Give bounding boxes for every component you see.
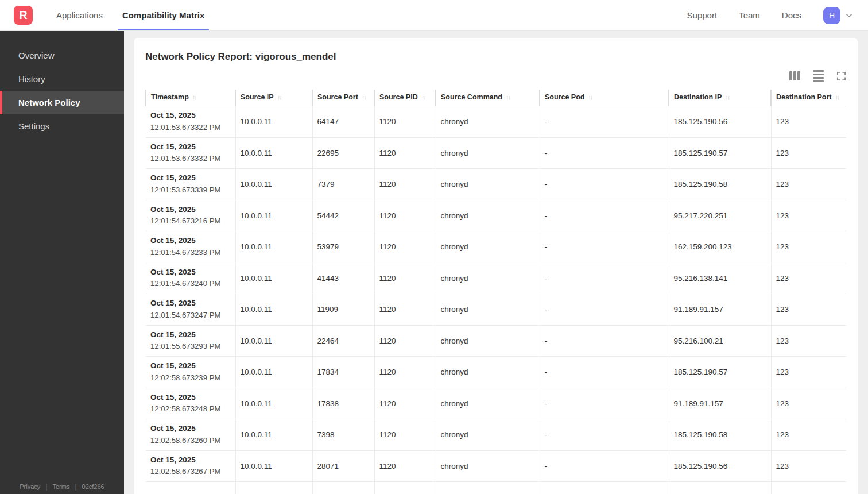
source-pod-cell: - xyxy=(540,450,669,482)
destination-ip-cell: 95.216.100.21 xyxy=(669,325,771,357)
source-pid-cell: 1120 xyxy=(374,263,436,294)
nav-link[interactable]: Docs xyxy=(782,10,801,20)
source-ip-cell: 10.0.0.11 xyxy=(235,294,312,326)
fullscreen-icon[interactable] xyxy=(836,71,846,81)
column-header[interactable]: Source IP↑↓ xyxy=(235,90,312,106)
source-port-cell: 28071 xyxy=(312,450,374,482)
sidebar-footer: Privacy | Terms | 02cf266 xyxy=(0,483,124,491)
destination-ip-cell: 185.125.190.56 xyxy=(669,106,771,138)
table-row[interactable]: Oct 15, 2025 12:02:58.673267 PM 10.0.0.1… xyxy=(146,450,846,482)
source-ip-cell: 10.0.0.11 xyxy=(235,450,312,482)
sort-icon[interactable]: ↑↓ xyxy=(277,94,281,101)
source-pod-cell: - xyxy=(540,137,669,169)
table-row[interactable]: Oct 15, 2025 12:02:58.673248 PM 10.0.0.1… xyxy=(146,388,846,419)
sort-icon[interactable]: ↑↓ xyxy=(362,94,366,101)
sort-icon[interactable]: ↑↓ xyxy=(421,94,425,101)
column-header[interactable]: Timestamp↑↓ xyxy=(146,90,235,106)
sort-icon[interactable]: ↑↓ xyxy=(725,94,729,101)
source-pid-cell: 1120 xyxy=(374,169,436,200)
table-row[interactable]: Oct 15, 2025 12:01:55.673293 PM 10.0.0.1… xyxy=(146,325,846,357)
source-ip-cell xyxy=(235,482,312,494)
source-command-cell: chronyd xyxy=(436,137,540,169)
app-logo[interactable]: R xyxy=(14,6,33,25)
source-port-cell: 53979 xyxy=(312,231,374,263)
source-pid-cell: 1120 xyxy=(374,357,436,388)
destination-port-cell: 123 xyxy=(771,388,846,419)
destination-ip-cell: 185.125.190.57 xyxy=(669,137,771,169)
columns-view-icon[interactable] xyxy=(789,71,800,80)
source-command-cell: chronyd xyxy=(436,419,540,451)
source-ip-cell: 10.0.0.11 xyxy=(235,169,312,200)
sidebar-item[interactable]: Network Policy xyxy=(0,91,124,114)
sidebar-item[interactable]: History xyxy=(0,67,124,91)
navbar-right: Support Team Docs H xyxy=(687,7,853,24)
destination-ip-cell: 185.125.190.57 xyxy=(669,357,771,388)
list-view-icon[interactable] xyxy=(813,70,824,82)
destination-ip-cell: 185.125.190.58 xyxy=(669,419,771,451)
terms-link[interactable]: Terms xyxy=(52,483,69,490)
source-ip-cell: 10.0.0.11 xyxy=(235,231,312,263)
column-header[interactable]: Destination Port↑↓ xyxy=(771,90,846,106)
table-row[interactable]: Oct 15, 2025 12:01:53.673339 PM 10.0.0.1… xyxy=(146,169,846,200)
table-row[interactable]: Oct 15, 2025 12:02:58.673260 PM 10.0.0.1… xyxy=(146,419,846,451)
column-header[interactable]: Destination IP↑↓ xyxy=(669,90,771,106)
table-toolbar xyxy=(145,70,846,82)
source-command-cell: chronyd xyxy=(436,231,540,263)
table-row[interactable]: Oct 15, 2025 12:01:54.673233 PM 10.0.0.1… xyxy=(146,231,846,263)
nav-link[interactable]: Team xyxy=(739,10,760,20)
timestamp-cell: Oct 15, 2025 12:02:58.673267 PM xyxy=(146,450,235,482)
avatar[interactable]: H xyxy=(823,7,840,24)
sort-icon[interactable]: ↑↓ xyxy=(588,94,592,101)
column-header[interactable]: Source Command↑↓ xyxy=(436,90,540,106)
column-header[interactable]: Source PID↑↓ xyxy=(374,90,436,106)
build-id: 02cf266 xyxy=(82,483,104,490)
table-row[interactable]: Oct 15, 2025 12:01:54.673240 PM 10.0.0.1… xyxy=(146,263,846,294)
source-command-cell: chronyd xyxy=(436,450,540,482)
table-body: Oct 15, 2025 12:01:53.673322 PM 10.0.0.1… xyxy=(146,106,846,494)
source-pid-cell: 1120 xyxy=(374,137,436,169)
table-row[interactable]: Oct 15, 2025 12:01:54.673247 PM 10.0.0.1… xyxy=(146,294,846,326)
timestamp-cell: Oct 15, 2025 12:01:53.673322 PM xyxy=(146,106,235,138)
sort-icon[interactable]: ↑↓ xyxy=(506,94,510,101)
chevron-down-icon[interactable] xyxy=(845,11,853,20)
source-pod-cell: - xyxy=(540,169,669,200)
privacy-link[interactable]: Privacy xyxy=(20,483,40,490)
source-port-cell: 17838 xyxy=(312,388,374,419)
table-row[interactable]: Oct 15, 2025 xyxy=(146,482,846,494)
destination-port-cell: 123 xyxy=(771,137,846,169)
source-command-cell: chronyd xyxy=(436,325,540,357)
column-header[interactable]: Source Port↑↓ xyxy=(312,90,374,106)
source-ip-cell: 10.0.0.11 xyxy=(235,325,312,357)
table-row[interactable]: Oct 15, 2025 12:01:54.673216 PM 10.0.0.1… xyxy=(146,200,846,231)
source-command-cell: chronyd xyxy=(436,169,540,200)
sort-icon[interactable]: ↑↓ xyxy=(192,94,196,101)
nav-tab[interactable]: Compatibility Matrix xyxy=(118,0,209,30)
destination-port-cell: 123 xyxy=(771,169,846,200)
sort-icon[interactable]: ↑↓ xyxy=(835,94,839,101)
destination-port-cell: 123 xyxy=(771,294,846,326)
nav-tab[interactable]: Applications xyxy=(52,0,107,30)
source-pod-cell: - xyxy=(540,325,669,357)
source-ip-cell: 10.0.0.11 xyxy=(235,137,312,169)
footer-divider: | xyxy=(45,483,47,491)
nav-link[interactable]: Support xyxy=(687,10,718,20)
sidebar-menu: Overview History Network Policy Settings xyxy=(0,44,124,138)
sidebar-item[interactable]: Settings xyxy=(0,114,124,138)
footer-divider: | xyxy=(75,483,76,491)
source-ip-cell: 10.0.0.11 xyxy=(235,106,312,138)
table-row[interactable]: Oct 15, 2025 12:01:53.673322 PM 10.0.0.1… xyxy=(146,106,846,138)
source-pod-cell xyxy=(540,482,669,494)
timestamp-cell: Oct 15, 2025 12:01:54.673247 PM xyxy=(146,294,235,326)
source-pid-cell: 1120 xyxy=(374,200,436,231)
source-ip-cell: 10.0.0.11 xyxy=(235,388,312,419)
source-pid-cell xyxy=(374,482,436,494)
source-ip-cell: 10.0.0.11 xyxy=(235,419,312,451)
destination-port-cell: 123 xyxy=(771,419,846,451)
sidebar-item[interactable]: Overview xyxy=(0,44,124,67)
table-row[interactable]: Oct 15, 2025 12:01:53.673332 PM 10.0.0.1… xyxy=(146,137,846,169)
destination-port-cell: 123 xyxy=(771,357,846,388)
top-navbar: R Applications Compatibility Matrix Supp… xyxy=(0,0,868,31)
column-header[interactable]: Source Pod↑↓ xyxy=(540,90,669,106)
table-row[interactable]: Oct 15, 2025 12:02:58.673239 PM 10.0.0.1… xyxy=(146,357,846,388)
user-menu[interactable]: H xyxy=(823,7,853,24)
